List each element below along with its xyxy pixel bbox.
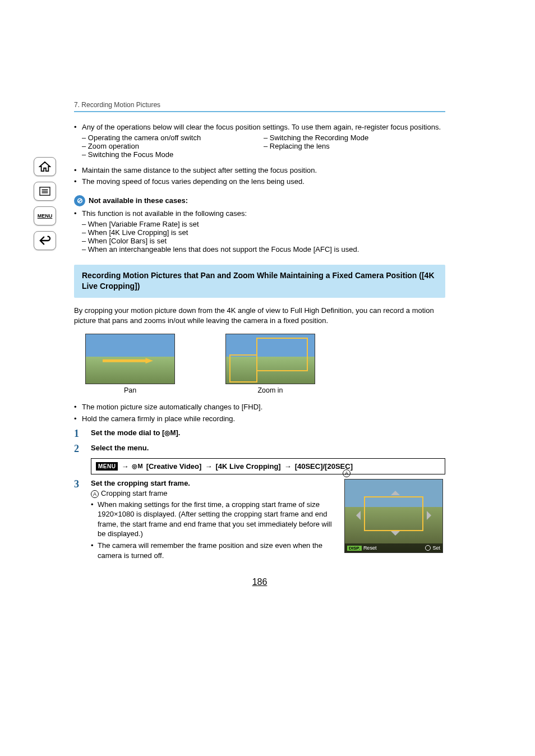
movie-m-icon: ◎M — [164, 429, 176, 437]
menu-path: MENU → ◎M [Creative Video] → [4K Live Cr… — [91, 458, 445, 474]
page-number[interactable]: 186 — [74, 577, 445, 587]
cropping-preview: A DISP. Reset — [344, 479, 443, 553]
clear-op: Zoom operation — [82, 142, 264, 150]
na-item: When [Variable Frame Rate] is set — [82, 220, 445, 228]
pan-thumbnail: Pan — [85, 334, 175, 394]
na-item: When [Color Bars] is set — [82, 237, 445, 245]
clear-op: Switching the Focus Mode — [82, 150, 264, 159]
post-text: Hold the camera firmly in place while re… — [82, 414, 235, 424]
zoom-caption: Zoom in — [225, 386, 315, 394]
circ-a-icon: A — [91, 490, 99, 498]
section-body: By cropping your motion picture down fro… — [74, 306, 445, 326]
note-row: •Maintain the same distance to the subje… — [74, 165, 445, 176]
step2-label: Select the menu. — [91, 444, 149, 452]
step3-label: Set the cropping start frame. — [91, 479, 334, 487]
not-available-title: Not available in these cases: — [89, 196, 188, 205]
disp-badge: DISP. — [347, 546, 362, 551]
intro-text: Any of the operations below will clear t… — [82, 122, 441, 132]
na-lead-text: This function is not available in the fo… — [82, 209, 247, 219]
toc-icon[interactable] — [34, 182, 56, 201]
section-title: Recording Motion Pictures that Pan and Z… — [74, 265, 445, 298]
clear-op: Switching the Recording Mode — [264, 133, 445, 142]
na-item: When an interchangeable lens that does n… — [82, 245, 445, 253]
sub-a-text: Cropping start frame — [101, 489, 168, 497]
step3-sub2: •The camera will remember the frame posi… — [91, 541, 334, 560]
set-icon — [425, 545, 431, 551]
note-row: •The moving speed of focus varies depend… — [74, 177, 445, 187]
set-label: Set — [432, 545, 440, 551]
not-available-icon: ⊘ — [74, 195, 85, 206]
menu-badge: MENU — [96, 462, 118, 471]
sub2-text: The camera will remember the frame posit… — [98, 541, 334, 560]
menu-item: [4K Live Cropping] — [215, 462, 280, 471]
intro-bullet: •Any of the operations below will clear … — [74, 122, 445, 132]
step1-label: Set the mode dial to [◎M]. — [91, 428, 180, 437]
step3-sub-a: ACropping start frame — [91, 489, 334, 498]
sub1-text: When making settings for the first time,… — [98, 500, 334, 539]
menu-group: [Creative Video] — [146, 462, 202, 471]
post-bullet: •The motion picture size automatically c… — [74, 402, 445, 412]
clear-op: Operating the camera on/off switch — [82, 133, 264, 142]
na-item: When [4K Live Cropping] is set — [82, 228, 445, 237]
menu-button[interactable]: MENU — [34, 206, 56, 225]
post-bullet: •Hold the camera firmly in place while r… — [74, 414, 445, 424]
step-number: 3 — [74, 479, 84, 490]
step1-suffix: ]. — [176, 428, 180, 437]
post-text: The motion picture size automatically ch… — [82, 402, 262, 412]
step1-prefix: Set the mode dial to [ — [91, 428, 164, 437]
pan-caption: Pan — [85, 386, 175, 394]
step-number: 1 — [74, 428, 84, 440]
creative-video-icon: ◎M — [132, 463, 142, 470]
step3-sub1: •When making settings for the first time… — [91, 500, 334, 539]
reset-label: Reset — [363, 545, 377, 551]
home-icon[interactable] — [34, 157, 56, 176]
back-icon[interactable] — [34, 231, 56, 250]
zoom-thumbnail: Zoom in — [225, 334, 315, 394]
step-number: 2 — [74, 444, 84, 455]
clear-op: Replacing the lens — [264, 142, 445, 150]
not-available-lead: •This function is not available in the f… — [74, 209, 445, 219]
note-text: Maintain the same distance to the subjec… — [82, 165, 317, 176]
a-marker-icon: A — [343, 469, 350, 477]
breadcrumb: 7. Recording Motion Pictures — [74, 101, 445, 112]
note-text: The moving speed of focus varies dependi… — [82, 177, 305, 187]
